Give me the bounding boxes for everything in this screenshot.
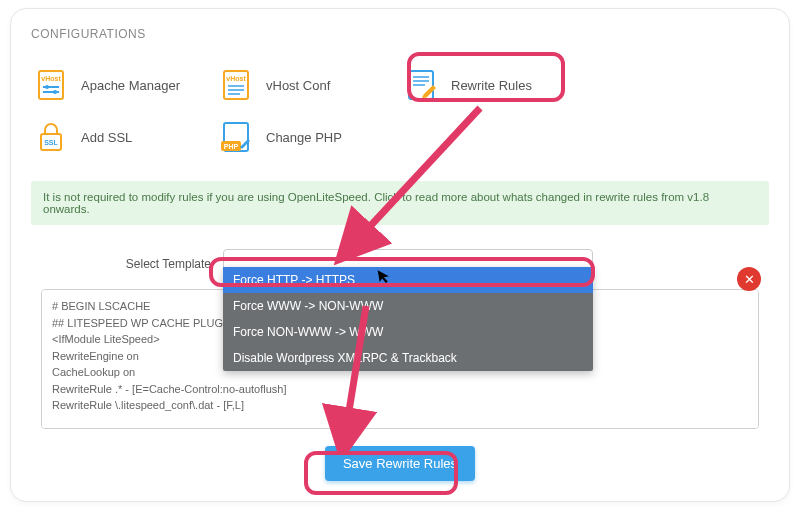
dropdown-open-list: Force HTTP -> HTTPS Force WWW -> NON-WWW…	[223, 267, 593, 371]
php-file-icon: PHP	[216, 117, 256, 157]
svg-point-5	[53, 90, 57, 94]
dropdown-option-force-https[interactable]: Force HTTP -> HTTPS	[223, 267, 593, 293]
save-rewrite-rules-button[interactable]: Save Rewrite Rules	[325, 446, 475, 481]
rewrite-rules-icon	[401, 65, 441, 105]
tile-label: vHost Conf	[266, 78, 330, 93]
tile-add-ssl[interactable]: SSL Add SSL	[31, 111, 216, 163]
svg-point-4	[45, 85, 49, 89]
tile-vhost-conf[interactable]: vHost vHost Conf	[216, 59, 401, 111]
form-area: Select Template Force HTTP -> HTTPS Forc…	[31, 249, 769, 481]
dropdown-option-force-www[interactable]: Force NON-WWW -> WWW	[223, 319, 593, 345]
info-banner[interactable]: It is not required to modify rules if yo…	[31, 181, 769, 225]
svg-text:PHP: PHP	[224, 143, 239, 150]
tile-row: vHost Apache Manager vHost vHos	[31, 59, 769, 163]
svg-text:vHost: vHost	[226, 75, 246, 82]
tile-change-php[interactable]: PHP Change PHP	[216, 111, 401, 163]
template-row: Select Template Force HTTP -> HTTPS Forc…	[41, 249, 759, 279]
config-panel: CONFIGURATIONS vHost Apache Manager vHo	[10, 8, 790, 502]
select-template-label: Select Template	[41, 257, 211, 271]
vhost-manager-icon: vHost	[31, 65, 71, 105]
tile-label: Apache Manager	[81, 78, 180, 93]
ssl-lock-icon: SSL	[31, 117, 71, 157]
cursor-icon	[376, 267, 393, 288]
vhost-conf-icon: vHost	[216, 65, 256, 105]
close-icon: ✕	[744, 272, 755, 287]
save-row: Save Rewrite Rules	[41, 446, 759, 481]
dropdown-option-disable-xmlrpc[interactable]: Disable Wordpress XMLRPC & Trackback	[223, 345, 593, 371]
tile-rewrite-rules[interactable]: Rewrite Rules	[401, 59, 586, 111]
dropdown-option-force-nonwww[interactable]: Force WWW -> NON-WWW	[223, 293, 593, 319]
close-button[interactable]: ✕	[737, 267, 761, 291]
svg-text:vHost: vHost	[41, 75, 61, 82]
tile-label: Rewrite Rules	[451, 78, 532, 93]
tile-label: Change PHP	[266, 130, 342, 145]
section-title: CONFIGURATIONS	[31, 27, 769, 41]
tile-apache-manager[interactable]: vHost Apache Manager	[31, 59, 216, 111]
svg-text:SSL: SSL	[44, 139, 58, 146]
template-dropdown[interactable]: Force HTTP -> HTTPS Force WWW -> NON-WWW…	[223, 249, 593, 279]
tile-label: Add SSL	[81, 130, 132, 145]
